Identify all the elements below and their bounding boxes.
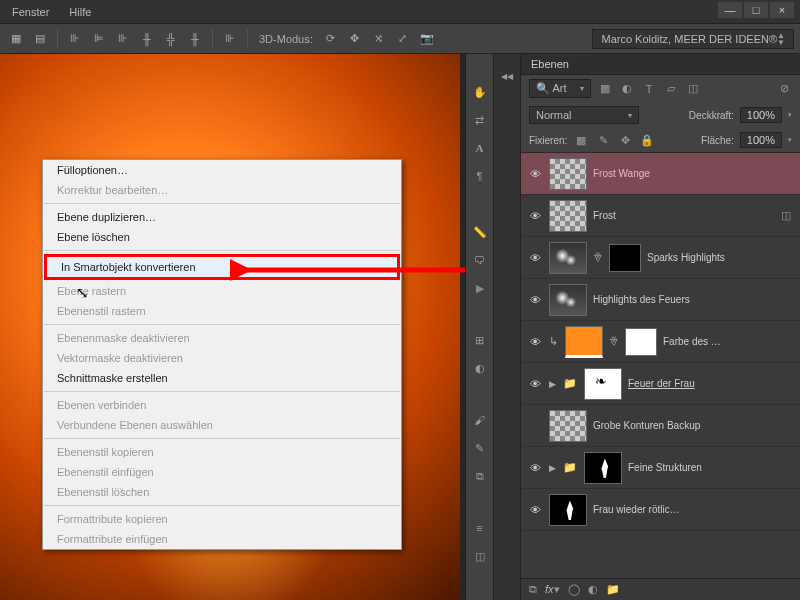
menu-hilfe[interactable]: Hilfe (59, 2, 101, 22)
lock-all-icon[interactable]: 🔒 (639, 132, 655, 148)
layer-row[interactable]: 👁 Frau wieder rötlic… (521, 489, 800, 531)
lock-brush-icon[interactable]: ✎ (595, 132, 611, 148)
visibility-icon[interactable]: 👁 (527, 504, 543, 516)
type-tool-icon[interactable]: A (470, 138, 490, 158)
layer-name[interactable]: Grobe Konturen Backup (593, 420, 794, 431)
panel-tab-ebenen[interactable]: Ebenen (521, 54, 800, 75)
mi-schnittmaske[interactable]: Schnittmaske erstellen (43, 368, 401, 388)
expand-icon[interactable]: ▶ (549, 463, 556, 473)
layer-thumb[interactable] (584, 452, 622, 484)
move-icon[interactable]: ⤨ (369, 29, 389, 49)
layer-thumb[interactable]: ❧ (584, 368, 622, 400)
dist-icon[interactable]: ⊪ (65, 29, 85, 49)
layer-name[interactable]: Sparks Highlights (647, 252, 794, 263)
layer-row[interactable]: 👁 Frost ◫ (521, 195, 800, 237)
filter-type-icon[interactable]: T (641, 81, 657, 97)
layer-row[interactable]: 👁 Highlights des Feuers (521, 279, 800, 321)
close-button[interactable]: × (770, 2, 794, 18)
layer-thumb[interactable] (549, 242, 587, 274)
layer-thumb[interactable] (565, 326, 603, 358)
camera-icon[interactable]: 📷 (417, 29, 437, 49)
layer-name[interactable]: Feine Strukturen (628, 462, 794, 473)
group-icon[interactable]: 📁 (606, 583, 620, 596)
layer-name[interactable]: Farbe des … (663, 336, 794, 347)
hand-tool-icon[interactable]: ✋ (470, 82, 490, 102)
dist-icon[interactable]: ╫ (137, 29, 157, 49)
layer-row[interactable]: 👁 ▶ 📁 ❧ Feuer der Frau (521, 363, 800, 405)
layer-row[interactable]: 👁 ࿈ Sparks Highlights (521, 237, 800, 279)
filter-toggle[interactable]: ⊘ (776, 81, 792, 97)
layer-name[interactable]: Frau wieder rötlic… (593, 504, 794, 515)
visibility-icon[interactable]: 👁 (527, 294, 543, 306)
opacity-input[interactable]: 100% (740, 107, 782, 123)
fill-input[interactable]: 100% (740, 132, 782, 148)
filter-image-icon[interactable]: ▩ (597, 81, 613, 97)
layers-comp-icon[interactable]: ◫ (470, 546, 490, 566)
minimize-button[interactable]: — (718, 2, 742, 18)
orbit-icon[interactable]: ⟳ (321, 29, 341, 49)
mask-icon[interactable]: ◯ (568, 583, 580, 596)
swap-icon[interactable]: ⇄ (470, 110, 490, 130)
brush-icon[interactable]: 🖌 (470, 410, 490, 430)
dist-icon[interactable]: ⊫ (89, 29, 109, 49)
blend-mode-select[interactable]: Normal▾ (529, 106, 639, 124)
layer-name[interactable]: Frost (593, 210, 772, 221)
collapse-icon[interactable]: ◀◀ (496, 66, 518, 86)
maximize-button[interactable]: □ (744, 2, 768, 18)
layer-row[interactable]: 👁 ↳ ࿈ Farbe des … (521, 321, 800, 363)
link-layers-icon[interactable]: ⧉ (529, 583, 537, 596)
visibility-icon[interactable]: 👁 (527, 462, 543, 474)
user-box[interactable]: Marco Kolditz, MEER DER IDEEN® ▲▼ (592, 29, 794, 49)
layer-row[interactable]: 👁 ▶ 📁 Feine Strukturen (521, 447, 800, 489)
filter-smart-icon[interactable]: ◫ (685, 81, 701, 97)
visibility-icon[interactable]: 👁 (527, 378, 543, 390)
mi-duplizieren[interactable]: Ebene duplizieren… (43, 207, 401, 227)
dist-icon[interactable]: ⊪ (113, 29, 133, 49)
layer-name[interactable]: Feuer der Frau (628, 378, 794, 389)
filter-shape-icon[interactable]: ▱ (663, 81, 679, 97)
filter-adjust-icon[interactable]: ◐ (619, 81, 635, 97)
adjustments-icon[interactable]: ◐ (470, 358, 490, 378)
visibility-icon[interactable]: 👁 (527, 336, 543, 348)
play-icon[interactable]: ▶ (470, 278, 490, 298)
mi-fuelloptionen[interactable]: Fülloptionen… (43, 160, 401, 180)
dist-icon[interactable]: ⊪ (220, 29, 240, 49)
layer-mask-thumb[interactable] (609, 244, 641, 272)
layer-thumb[interactable] (549, 284, 587, 316)
lock-move-icon[interactable]: ✥ (617, 132, 633, 148)
mi-loeschen[interactable]: Ebene löschen (43, 227, 401, 247)
lock-pixels-icon[interactable]: ▩ (573, 132, 589, 148)
dist-icon[interactable]: ╫ (185, 29, 205, 49)
swatches-icon[interactable]: ⊞ (470, 330, 490, 350)
expand-icon[interactable]: ▶ (549, 379, 556, 389)
dist-icon[interactable]: ╬ (161, 29, 181, 49)
scale-icon[interactable]: ⤢ (393, 29, 413, 49)
note-icon[interactable]: 🗨 (470, 250, 490, 270)
canvas-area[interactable]: Fülloptionen… Korrektur bearbeiten… Eben… (0, 54, 465, 600)
visibility-icon[interactable]: 👁 (527, 252, 543, 264)
link-icon[interactable]: ࿈ (609, 336, 619, 347)
visibility-icon[interactable]: 👁 (527, 210, 543, 222)
ruler-icon[interactable]: 📏 (470, 222, 490, 242)
layer-thumb[interactable] (549, 494, 587, 526)
align-icon[interactable]: ▤ (30, 29, 50, 49)
layer-name[interactable]: Highlights des Feuers (593, 294, 794, 305)
layer-row[interactable]: Grobe Konturen Backup (521, 405, 800, 447)
link-icon[interactable]: ࿈ (593, 252, 603, 263)
history-icon[interactable]: ≡ (470, 518, 490, 538)
adjustment-icon[interactable]: ◐ (588, 583, 598, 596)
menu-fenster[interactable]: Fenster (2, 2, 59, 22)
clone-icon[interactable]: ⧉ (470, 466, 490, 486)
paragraph-icon[interactable]: ¶ (470, 166, 490, 186)
fx-icon[interactable]: fx▾ (545, 583, 560, 596)
align-icon[interactable]: ▦ (6, 29, 26, 49)
layer-thumb[interactable] (549, 410, 587, 442)
visibility-icon[interactable]: 👁 (527, 168, 543, 180)
layer-row[interactable]: 👁 Frost Wange (521, 153, 800, 195)
layer-mask-thumb[interactable] (625, 328, 657, 356)
brush-settings-icon[interactable]: ✎ (470, 438, 490, 458)
layer-filter-select[interactable]: 🔍 Art▾ (529, 79, 591, 98)
layer-thumb[interactable] (549, 200, 587, 232)
layer-name[interactable]: Frost Wange (593, 168, 794, 179)
layer-thumb[interactable] (549, 158, 587, 190)
